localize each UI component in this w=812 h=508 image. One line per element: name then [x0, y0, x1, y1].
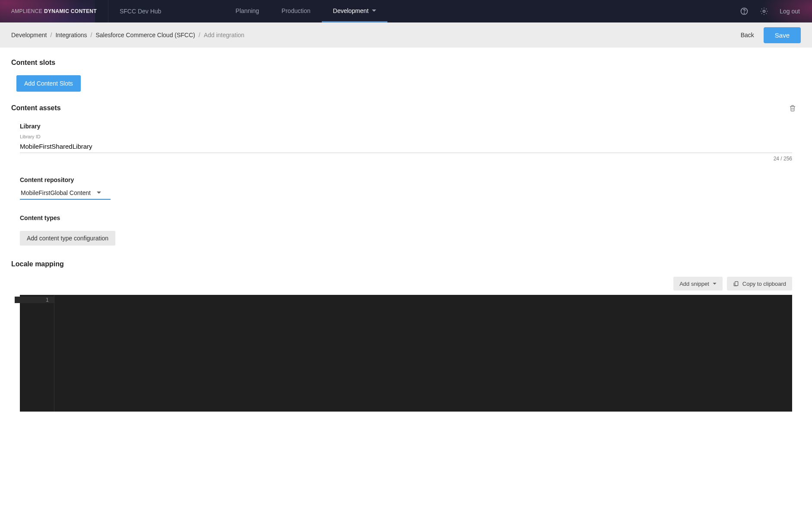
brand-bold: DYNAMIC CONTENT	[44, 8, 97, 14]
breadcrumb-item[interactable]: Development	[11, 32, 47, 38]
add-content-slots-button[interactable]: Add Content Slots	[16, 75, 81, 92]
nav-development[interactable]: Development	[322, 0, 388, 22]
content-assets-section: Content assets Library Library ID 24 / 2…	[11, 104, 801, 246]
breadcrumb: Development / Integrations / Salesforce …	[11, 32, 244, 38]
clipboard-icon	[733, 280, 739, 287]
library-char-count: 24 / 256	[20, 156, 792, 162]
trash-icon[interactable]	[789, 104, 801, 112]
main-nav: Planning Production Development	[224, 0, 387, 22]
content-repository-select[interactable]: MobileFirstGlobal Content	[20, 188, 111, 200]
nav-label: Planning	[235, 7, 259, 14]
content-slots-section: Content slots Add Content Slots	[11, 59, 801, 104]
content-repository-field: Content repository MobileFirstGlobal Con…	[20, 176, 792, 200]
editor-content[interactable]	[54, 295, 792, 412]
content-types-label: Content types	[20, 214, 792, 221]
logout-link[interactable]: Log out	[780, 8, 800, 15]
section-title-locale-mapping: Locale mapping	[11, 260, 801, 268]
app-header: AMPLIENCE DYNAMIC CONTENT SFCC Dev Hub P…	[0, 0, 812, 22]
svg-rect-3	[735, 281, 738, 285]
copy-label: Copy to clipboard	[742, 281, 786, 287]
line-number: 1	[15, 297, 54, 303]
nav-production[interactable]: Production	[270, 0, 322, 22]
brand-logo: AMPLIENCE DYNAMIC CONTENT	[0, 0, 108, 22]
hub-label: SFCC Dev Hub	[108, 8, 172, 15]
content-types-field: Content types Add content type configura…	[20, 214, 792, 246]
library-sub-label: Library ID	[20, 134, 792, 139]
content-assets-body: Library Library ID 24 / 256 Content repo…	[11, 123, 801, 246]
library-label: Library	[20, 123, 792, 130]
caret-down-icon	[372, 10, 376, 12]
breadcrumb-sep: /	[91, 32, 92, 38]
breadcrumb-item[interactable]: Salesforce Commerce Cloud (SFCC)	[95, 32, 195, 38]
add-snippet-label: Add snippet	[679, 281, 709, 287]
subheader-actions: Back Save	[741, 27, 801, 43]
nav-planning[interactable]: Planning	[224, 0, 270, 22]
library-field: Library Library ID 24 / 256	[20, 123, 792, 162]
svg-point-2	[763, 10, 765, 13]
nav-label: Development	[333, 7, 369, 14]
add-content-type-config-button[interactable]: Add content type configuration	[20, 231, 115, 246]
select-value: MobileFirstGlobal Content	[21, 189, 91, 196]
library-id-input[interactable]	[20, 140, 792, 153]
caret-down-icon	[713, 283, 717, 285]
editor-gutter: 1	[20, 295, 54, 412]
add-snippet-button[interactable]: Add snippet	[673, 277, 723, 291]
help-icon[interactable]	[740, 7, 749, 16]
code-editor[interactable]: 1	[20, 295, 792, 412]
nav-label: Production	[282, 7, 311, 14]
brand-thin: AMPLIENCE	[11, 8, 42, 14]
locale-mapping-section: Locale mapping Add snippet Copy to clipb…	[11, 260, 801, 412]
svg-point-1	[744, 13, 745, 13]
content-repository-label: Content repository	[20, 176, 792, 183]
copy-to-clipboard-button[interactable]: Copy to clipboard	[727, 277, 792, 291]
breadcrumb-sep: /	[51, 32, 52, 38]
save-button[interactable]: Save	[764, 27, 801, 43]
subheader: Development / Integrations / Salesforce …	[0, 22, 812, 48]
caret-down-icon	[97, 192, 101, 194]
breadcrumb-item[interactable]: Integrations	[55, 32, 87, 38]
breadcrumb-current: Add integration	[204, 32, 244, 38]
header-right: Log out	[740, 7, 812, 16]
back-button[interactable]: Back	[741, 32, 754, 38]
section-title-content-slots: Content slots	[11, 59, 801, 67]
content-assets-header: Content assets	[11, 104, 801, 112]
gear-icon[interactable]	[760, 7, 768, 16]
main-content: Content slots Add Content Slots Content …	[0, 48, 812, 423]
breadcrumb-sep: /	[199, 32, 200, 38]
editor-toolbar: Add snippet Copy to clipboard	[11, 277, 801, 295]
section-title-content-assets: Content assets	[11, 104, 61, 112]
